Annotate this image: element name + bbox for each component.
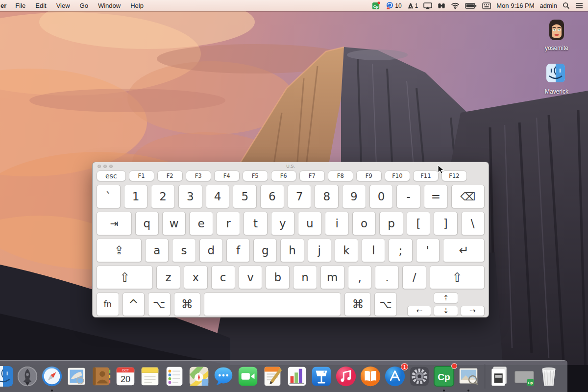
key-h[interactable]: h: [280, 239, 304, 262]
key-j[interactable]: j: [308, 239, 331, 262]
key-y[interactable]: y: [271, 212, 294, 235]
key-control[interactable]: ^: [122, 293, 145, 316]
dock-item-notes[interactable]: [139, 365, 161, 388]
key-f12[interactable]: F12: [441, 171, 467, 181]
menu-edit[interactable]: Edit: [30, 2, 51, 9]
key-apostrophe[interactable]: ': [416, 239, 440, 262]
menu-view[interactable]: View: [51, 2, 75, 9]
zoom-button[interactable]: [109, 165, 113, 168]
key-caps[interactable]: ⇪: [97, 239, 142, 262]
airplay-icon[interactable]: [423, 2, 432, 9]
key-f1[interactable]: F1: [129, 171, 154, 181]
key-f[interactable]: f: [226, 239, 250, 262]
key-f8[interactable]: F8: [328, 171, 353, 181]
dock-item-trash[interactable]: [538, 365, 560, 388]
dock-item-keynote[interactable]: [310, 365, 333, 388]
key-hyphen[interactable]: -: [396, 185, 420, 208]
key-arrow-down[interactable]: ⇣: [434, 306, 458, 317]
captivate-menu-icon[interactable]: Cp: [372, 1, 380, 10]
key-e[interactable]: e: [189, 212, 213, 235]
key-esc[interactable]: esc: [97, 171, 126, 181]
key-return[interactable]: ↵: [443, 239, 485, 262]
key-t[interactable]: t: [244, 212, 267, 235]
key-8[interactable]: 8: [315, 185, 339, 208]
key-command-left[interactable]: ⌘: [174, 293, 200, 316]
key-m[interactable]: m: [320, 266, 344, 289]
key-period[interactable]: .: [375, 266, 399, 289]
key-a[interactable]: a: [145, 239, 169, 262]
key-shift-left[interactable]: ⇧: [97, 266, 153, 289]
dock-item-contacts[interactable]: [90, 365, 112, 388]
key-2[interactable]: 2: [151, 185, 175, 208]
dock-item-facetime[interactable]: [237, 365, 259, 388]
key-arrow-left[interactable]: ⇠: [407, 306, 431, 317]
key-f9[interactable]: F9: [356, 171, 382, 181]
menu-file[interactable]: File: [10, 2, 30, 9]
key-5[interactable]: 5: [233, 185, 257, 208]
key-arrow-up[interactable]: ⇡: [434, 293, 458, 303]
menu-go[interactable]: Go: [75, 2, 93, 9]
keyboard-viewer-icon[interactable]: [482, 2, 491, 9]
key-d[interactable]: d: [199, 239, 223, 262]
desktop-icon-yosemite[interactable]: yosemite: [533, 18, 580, 51]
dock-item-reminders[interactable]: [163, 365, 186, 388]
key-delete[interactable]: ⌫: [451, 185, 485, 208]
dock-item-pages[interactable]: [261, 365, 284, 388]
dock-item-itunes[interactable]: [335, 365, 357, 388]
window-titlebar[interactable]: U.S.: [97, 162, 485, 170]
desktop-icon-maverick[interactable]: Maverick: [533, 61, 580, 95]
key-space[interactable]: [204, 293, 342, 316]
key-f4[interactable]: F4: [214, 171, 240, 181]
key-slash[interactable]: /: [402, 266, 426, 289]
key-option-right[interactable]: ⌥: [374, 293, 397, 316]
wifi-icon[interactable]: [451, 2, 460, 9]
menu-window[interactable]: Window: [93, 2, 125, 9]
dock-item-ibooks[interactable]: [359, 365, 382, 388]
sync-status-icon[interactable]: 10: [386, 1, 401, 10]
key-v[interactable]: v: [239, 266, 263, 289]
menubar-clock[interactable]: Mon 9:16 PM: [496, 2, 534, 9]
adobe-icon[interactable]: 1: [407, 2, 418, 9]
spotlight-search-icon[interactable]: [563, 2, 570, 9]
key-backslash[interactable]: \: [461, 212, 485, 235]
key-right-bracket[interactable]: ]: [434, 212, 457, 235]
key-fn[interactable]: fn: [97, 293, 119, 316]
dock-item-mail[interactable]: [65, 365, 88, 388]
key-f2[interactable]: F2: [157, 171, 183, 181]
key-option-left[interactable]: ⌥: [148, 293, 171, 316]
menu-help[interactable]: Help: [125, 2, 148, 9]
key-f5[interactable]: F5: [243, 171, 268, 181]
dock-item-safari[interactable]: [41, 365, 63, 388]
dock-item-captivate[interactable]: Cp: [433, 365, 455, 388]
dock-item-minimized-captivate-window[interactable]: Cp: [513, 365, 536, 388]
binoculars-icon[interactable]: [438, 2, 445, 9]
key-p[interactable]: p: [379, 212, 403, 235]
key-4[interactable]: 4: [206, 185, 230, 208]
key-1[interactable]: 1: [124, 185, 148, 208]
key-shift-right[interactable]: ⇧: [430, 266, 485, 289]
battery-icon[interactable]: [465, 3, 477, 9]
user-menu[interactable]: admin: [540, 2, 557, 9]
key-f7[interactable]: F7: [299, 171, 325, 181]
dock-item-calendar[interactable]: OCT20: [114, 365, 137, 388]
key-n[interactable]: n: [293, 266, 317, 289]
notification-center-icon[interactable]: [575, 2, 584, 9]
key-z[interactable]: z: [156, 266, 180, 289]
dock-item-app-store[interactable]: 1: [384, 365, 406, 388]
key-command-right[interactable]: ⌘: [344, 293, 371, 316]
dock-item-preview[interactable]: [457, 365, 480, 388]
dock-item-numbers[interactable]: [286, 365, 308, 388]
key-f6[interactable]: F6: [271, 171, 296, 181]
dock-item-documents-stack[interactable]: [489, 365, 511, 388]
dock-item-finder[interactable]: [0, 365, 14, 388]
key-equals[interactable]: =: [424, 185, 448, 208]
key-0[interactable]: 0: [369, 185, 393, 208]
minimize-button[interactable]: [103, 165, 107, 168]
key-x[interactable]: x: [184, 266, 208, 289]
key-f11[interactable]: F11: [413, 171, 439, 181]
key-tab[interactable]: ⇥: [97, 212, 132, 235]
key-f10[interactable]: F10: [385, 171, 410, 181]
key-g[interactable]: g: [253, 239, 277, 262]
key-w[interactable]: w: [162, 212, 186, 235]
key-q[interactable]: q: [135, 212, 159, 235]
